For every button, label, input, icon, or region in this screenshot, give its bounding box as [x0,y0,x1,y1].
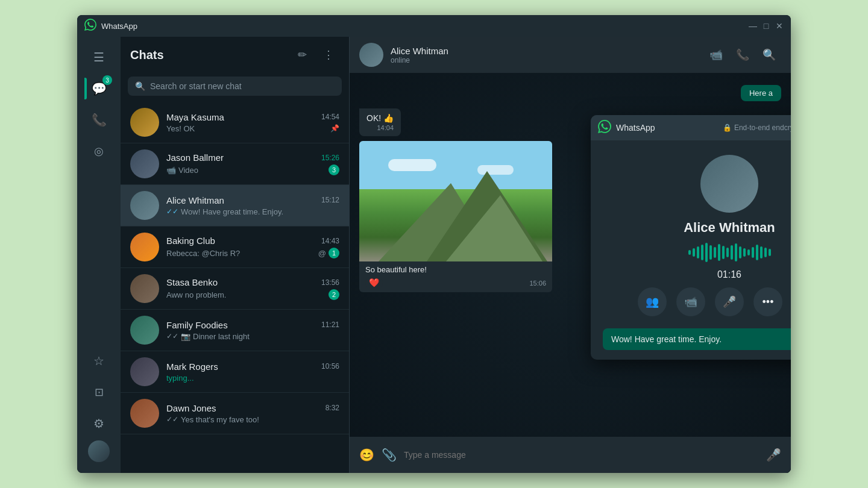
search-icon: 🔍 [135,81,145,91]
encryption-indicator: 🔒 End-to-end endcrypted [723,124,791,132]
call-last-message: Wow! Have great time. Enjoy. 15:12 ✓✓ [603,328,791,350]
chat-list-panel: Chats ✏ ⋮ 🔍 [121,37,350,473]
chat-time-family: 11:21 [321,321,339,329]
waveform-bar-2 [693,248,695,257]
icon-sidebar: ☰ 💬 3 📞 ◎ ☆ ⊡ [77,37,121,473]
close-button[interactable]: ✕ [775,22,784,30]
video-toggle-button[interactable]: 📹 [676,287,705,316]
search-icon: 🔍 [763,48,776,61]
menu-icon: ⋮ [323,48,334,61]
waveform-bar-3 [697,246,699,258]
waveform-bar-18 [760,246,763,258]
sidebar-item-calls[interactable]: 📞 [84,105,113,134]
chat-item-jason[interactable]: Jason Ballmer 15:26 📹 Video 3 [121,143,349,185]
call-timer: 01:16 [717,269,741,280]
waveform-bar-5 [705,243,708,262]
maximize-button[interactable]: □ [762,22,770,30]
app-window: WhatsApp — □ ✕ ☰ 💬 3 📞 ◎ [77,15,791,473]
chat-preview-mark: typing... [166,374,339,383]
message-ok: OK! 👍 14:04 [359,108,401,136]
chat-name-alice: Alice Whitman [166,195,224,205]
chat-list: Maya Kasuma 14:54 Yes! OK 📌 Ja [121,102,349,473]
new-chat-icon: ✏ [298,48,307,61]
new-chat-button[interactable]: ✏ [291,44,313,66]
avatar-baking [130,233,159,261]
waveform-bar-13 [739,246,741,258]
search-input[interactable] [150,81,335,91]
chat-preview-dawn: ✓✓ Yes that's my fave too! [166,415,339,424]
message-input-area: 😊 📎 🎤 [350,437,791,473]
chat-item-mark[interactable]: Mark Rogers 10:56 typing... [121,351,349,393]
chat-preview-maya: Yes! OK [166,124,330,133]
chat-item-dawn[interactable]: Dawn Jones 8:32 ✓✓ Yes that's my fave to… [121,393,349,434]
sidebar-item-starred[interactable]: ☆ [84,346,113,375]
menu-button[interactable]: ⋮ [318,44,339,66]
chat-item-stasa[interactable]: Stasa Benko 13:56 Aww no problem. 2 [121,268,349,310]
chat-item-maya[interactable]: Maya Kasuma 14:54 Yes! OK 📌 [121,102,349,143]
call-overlay-titlebar: WhatsApp 🔒 End-to-end endcrypted — □ ✕ [591,115,791,140]
chat-header: Alice Whitman online 📹 📞 🔍 [350,37,791,73]
call-overlay: WhatsApp 🔒 End-to-end endcrypted — □ ✕ [591,115,791,360]
waveform-bar-7 [714,247,716,258]
chat-preview-jason: 📹 Video [166,166,329,175]
waveform-bar-17 [756,245,758,260]
landscape-image [359,141,552,261]
chat-preview-stasa: Aww no problem. [166,290,329,299]
mute-button[interactable]: 🎤 [715,287,744,316]
voice-call-button[interactable]: 📞 [731,43,755,67]
call-overlay-title: WhatsApp [616,123,718,133]
sidebar-menu-button[interactable]: ☰ [84,43,113,72]
image-time: 15:06 [529,280,546,287]
unread-badge-baking: 1 [329,248,339,258]
unread-badge-stasa: 2 [329,289,339,300]
sidebar-item-chats[interactable]: 💬 3 [84,74,113,103]
video-icon: 📹 [709,48,723,61]
waveform-bar-1 [688,250,691,255]
video-call-button[interactable]: 📹 [704,43,728,67]
main-chat-area: Alice Whitman online 📹 📞 🔍 [350,37,791,473]
chat-item-baking[interactable]: Baking Club 14:43 Rebecca: @Chris R? @ 1 [121,227,349,268]
app-body: ☰ 💬 3 📞 ◎ ☆ ⊡ [77,37,791,473]
chat-time-alice: 15:12 [321,196,339,204]
sidebar-item-settings[interactable]: ⚙ [84,409,113,438]
double-tick-family: ✓✓ [166,332,178,340]
add-participant-button[interactable]: 👥 [638,287,667,316]
chat-info-maya: Maya Kasuma 14:54 Yes! OK 📌 [166,112,339,133]
call-contact-name: Alice Whitman [684,220,775,236]
chat-info-alice: Alice Whitman 15:12 ✓✓ Wow! Have great t… [166,195,339,216]
chat-info-stasa: Stasa Benko 13:56 Aww no problem. 2 [166,277,339,300]
status-icon: ◎ [94,145,104,158]
chat-item-family[interactable]: Family Foodies 11:21 ✓✓ 📷 Dinner last ni… [121,310,349,351]
message-input[interactable] [404,450,759,460]
sidebar-item-status[interactable]: ◎ [84,137,113,166]
call-waveform [688,243,771,262]
star-icon: ☆ [93,354,104,368]
chat-preview-family: ✓✓ 📷 Dinner last night [166,332,339,341]
chat-list-header: Chats ✏ ⋮ [121,37,349,73]
sidebar-item-archived[interactable]: ⊡ [84,378,113,407]
more-options-button[interactable]: ••• [753,287,782,316]
search-input-wrap: 🔍 [128,77,342,96]
sidebar-bottom-icons: ☆ ⊡ ⚙ [84,346,113,467]
minimize-button[interactable]: — [749,22,757,30]
mic-call-icon: 🎤 [723,295,736,308]
search-chat-button[interactable]: 🔍 [757,43,781,67]
attach-button[interactable]: 📎 [382,448,397,462]
chat-info-family: Family Foodies 11:21 ✓✓ 📷 Dinner last ni… [166,320,339,341]
chat-header-actions: 📹 📞 🔍 [704,43,781,67]
mic-button[interactable]: 🎤 [766,448,781,462]
chat-time-baking: 14:43 [321,237,339,245]
contact-avatar[interactable] [359,43,383,67]
image-caption-text: So beautiful here! [365,265,546,274]
user-avatar[interactable] [88,440,110,462]
waveform-bar-16 [752,247,754,258]
search-bar: 🔍 [121,73,349,102]
settings-icon: ⚙ [93,416,104,431]
contact-info: Alice Whitman online [391,46,697,64]
chat-item-alice[interactable]: Alice Whitman 15:12 ✓✓ Wow! Have great t… [121,185,349,227]
emoji-button[interactable]: 😊 [359,448,374,462]
waveform-bar-8 [718,244,720,261]
chats-title: Chats [130,48,164,62]
chat-info-dawn: Dawn Jones 8:32 ✓✓ Yes that's my fave to… [166,403,339,424]
archive-icon: ⊡ [95,386,104,399]
